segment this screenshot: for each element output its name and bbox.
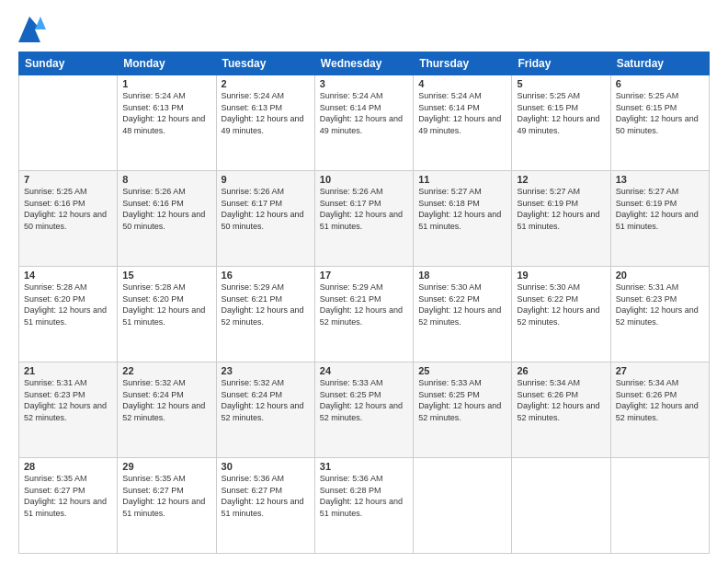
day-info: Sunrise: 5:33 AMSunset: 6:25 PMDaylight:… [418,377,506,423]
calendar-cell: 23Sunrise: 5:32 AMSunset: 6:24 PMDayligh… [216,362,314,458]
header [18,17,710,42]
day-info: Sunrise: 5:33 AMSunset: 6:25 PMDaylight:… [320,377,408,423]
calendar-cell: 15Sunrise: 5:28 AMSunset: 6:20 PMDayligh… [118,267,216,362]
day-info: Sunrise: 5:34 AMSunset: 6:26 PMDaylight:… [517,377,605,423]
day-number: 20 [616,270,704,281]
day-info: Sunrise: 5:26 AMSunset: 6:17 PMDaylight:… [320,186,408,232]
calendar-cell: 18Sunrise: 5:30 AMSunset: 6:22 PMDayligh… [414,267,512,362]
day-number: 19 [517,270,605,281]
day-info: Sunrise: 5:26 AMSunset: 6:17 PMDaylight:… [222,186,310,232]
day-number: 7 [24,174,112,185]
calendar-cell: 3Sunrise: 5:24 AMSunset: 6:14 PMDaylight… [314,75,413,171]
calendar-cell: 28Sunrise: 5:35 AMSunset: 6:27 PMDayligh… [19,458,118,554]
week-row-2: 7Sunrise: 5:25 AMSunset: 6:16 PMDaylight… [19,171,710,267]
logo [18,17,48,42]
day-info: Sunrise: 5:29 AMSunset: 6:21 PMDaylight:… [222,282,310,327]
day-info: Sunrise: 5:25 AMSunset: 6:15 PMDaylight:… [616,90,704,136]
calendar-cell: 20Sunrise: 5:31 AMSunset: 6:23 PMDayligh… [610,267,709,362]
day-info: Sunrise: 5:27 AMSunset: 6:18 PMDaylight:… [418,186,506,232]
day-number: 26 [517,365,605,376]
week-row-4: 21Sunrise: 5:31 AMSunset: 6:23 PMDayligh… [19,362,710,458]
calendar-cell: 2Sunrise: 5:24 AMSunset: 6:13 PMDaylight… [216,75,314,171]
day-info: Sunrise: 5:32 AMSunset: 6:24 PMDaylight:… [122,377,210,423]
day-number: 11 [418,174,506,185]
day-number: 10 [320,174,408,185]
day-number: 23 [222,365,310,376]
calendar-cell: 12Sunrise: 5:27 AMSunset: 6:19 PMDayligh… [512,171,610,267]
calendar-cell: 22Sunrise: 5:32 AMSunset: 6:24 PMDayligh… [118,362,216,458]
day-number: 12 [517,174,605,185]
day-number: 3 [320,78,408,89]
day-number: 15 [122,270,210,281]
calendar-cell [19,75,118,171]
day-number: 31 [320,461,408,472]
day-number: 16 [222,270,310,281]
day-number: 1 [122,78,210,89]
calendar-cell: 8Sunrise: 5:26 AMSunset: 6:16 PMDaylight… [118,171,216,267]
col-header-saturday: Saturday [610,52,709,75]
logo-icon [18,17,46,42]
day-number: 18 [418,270,506,281]
day-number: 30 [222,461,310,472]
week-row-3: 14Sunrise: 5:28 AMSunset: 6:20 PMDayligh… [19,267,710,362]
day-info: Sunrise: 5:36 AMSunset: 6:27 PMDaylight:… [222,473,310,519]
week-row-5: 28Sunrise: 5:35 AMSunset: 6:27 PMDayligh… [19,458,710,554]
day-number: 22 [122,365,210,376]
calendar-cell: 16Sunrise: 5:29 AMSunset: 6:21 PMDayligh… [216,267,314,362]
day-info: Sunrise: 5:24 AMSunset: 6:14 PMDaylight:… [320,90,408,136]
day-number: 8 [122,174,210,185]
calendar-cell: 30Sunrise: 5:36 AMSunset: 6:27 PMDayligh… [216,458,314,554]
calendar-cell [414,458,512,554]
day-info: Sunrise: 5:24 AMSunset: 6:13 PMDaylight:… [222,90,310,136]
day-info: Sunrise: 5:25 AMSunset: 6:15 PMDaylight:… [517,90,605,136]
day-number: 24 [320,365,408,376]
day-info: Sunrise: 5:24 AMSunset: 6:13 PMDaylight:… [122,90,210,136]
day-number: 17 [320,270,408,281]
col-header-sunday: Sunday [19,52,118,75]
calendar-cell: 6Sunrise: 5:25 AMSunset: 6:15 PMDaylight… [610,75,709,171]
day-number: 5 [517,78,605,89]
svg-marker-1 [35,17,46,29]
day-number: 13 [616,174,704,185]
calendar-cell: 26Sunrise: 5:34 AMSunset: 6:26 PMDayligh… [512,362,610,458]
day-info: Sunrise: 5:30 AMSunset: 6:22 PMDaylight:… [517,282,605,327]
col-header-wednesday: Wednesday [314,52,413,75]
calendar-header-row: SundayMondayTuesdayWednesdayThursdayFrid… [19,52,710,75]
calendar-cell [512,458,610,554]
col-header-tuesday: Tuesday [216,52,314,75]
calendar-cell: 4Sunrise: 5:24 AMSunset: 6:14 PMDaylight… [414,75,512,171]
day-info: Sunrise: 5:28 AMSunset: 6:20 PMDaylight:… [122,282,210,327]
calendar-cell: 21Sunrise: 5:31 AMSunset: 6:23 PMDayligh… [19,362,118,458]
day-number: 6 [616,78,704,89]
day-info: Sunrise: 5:35 AMSunset: 6:27 PMDaylight:… [122,473,210,519]
day-number: 25 [418,365,506,376]
calendar-cell: 1Sunrise: 5:24 AMSunset: 6:13 PMDaylight… [118,75,216,171]
day-info: Sunrise: 5:30 AMSunset: 6:22 PMDaylight:… [418,282,506,327]
day-number: 29 [122,461,210,472]
day-info: Sunrise: 5:29 AMSunset: 6:21 PMDaylight:… [320,282,408,327]
calendar-table: SundayMondayTuesdayWednesdayThursdayFrid… [18,52,710,554]
calendar-cell: 5Sunrise: 5:25 AMSunset: 6:15 PMDaylight… [512,75,610,171]
calendar-cell: 14Sunrise: 5:28 AMSunset: 6:20 PMDayligh… [19,267,118,362]
day-number: 14 [24,270,112,281]
day-info: Sunrise: 5:27 AMSunset: 6:19 PMDaylight:… [517,186,605,232]
page: SundayMondayTuesdayWednesdayThursdayFrid… [0,0,728,563]
day-number: 4 [418,78,506,89]
col-header-thursday: Thursday [414,52,512,75]
col-header-monday: Monday [118,52,216,75]
calendar-cell: 19Sunrise: 5:30 AMSunset: 6:22 PMDayligh… [512,267,610,362]
day-number: 21 [24,365,112,376]
day-number: 2 [222,78,310,89]
day-info: Sunrise: 5:31 AMSunset: 6:23 PMDaylight:… [24,377,112,423]
day-info: Sunrise: 5:26 AMSunset: 6:16 PMDaylight:… [122,186,210,232]
day-info: Sunrise: 5:36 AMSunset: 6:28 PMDaylight:… [320,473,408,519]
day-info: Sunrise: 5:25 AMSunset: 6:16 PMDaylight:… [24,186,112,232]
day-info: Sunrise: 5:27 AMSunset: 6:19 PMDaylight:… [616,186,704,232]
week-row-1: 1Sunrise: 5:24 AMSunset: 6:13 PMDaylight… [19,75,710,171]
calendar-cell: 9Sunrise: 5:26 AMSunset: 6:17 PMDaylight… [216,171,314,267]
day-info: Sunrise: 5:32 AMSunset: 6:24 PMDaylight:… [222,377,310,423]
calendar-cell: 11Sunrise: 5:27 AMSunset: 6:18 PMDayligh… [414,171,512,267]
calendar-cell: 27Sunrise: 5:34 AMSunset: 6:26 PMDayligh… [610,362,709,458]
day-number: 9 [222,174,310,185]
day-number: 28 [24,461,112,472]
